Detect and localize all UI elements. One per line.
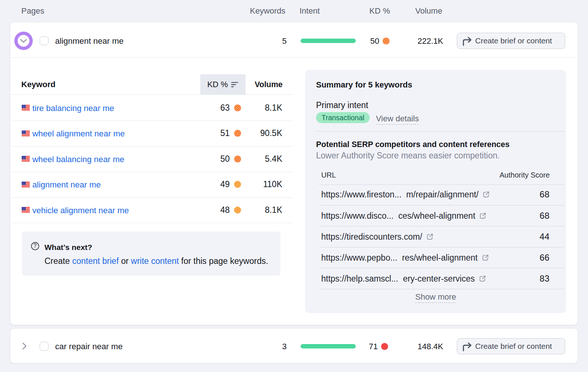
svg-text:?: ? [33,243,37,249]
